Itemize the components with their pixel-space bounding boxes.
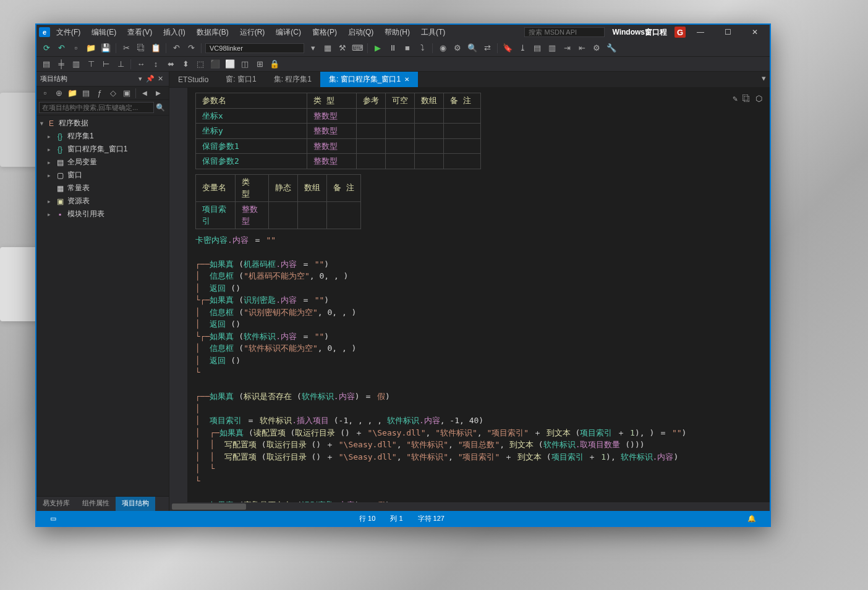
new-file-icon[interactable]: ▫ (70, 42, 82, 54)
redo-icon[interactable]: ↷ (185, 42, 197, 54)
back-icon[interactable]: ↶ (55, 42, 67, 54)
group-icon[interactable]: ◫ (239, 58, 251, 70)
minimize-button[interactable]: — (688, 25, 713, 39)
scroll-thumb[interactable] (172, 504, 246, 510)
sidebar-tab-library[interactable]: 易支持库 (36, 497, 76, 511)
editor-clipboard-icon[interactable]: ⿻ (742, 93, 751, 105)
linker-dropdown[interactable] (205, 43, 304, 53)
tab-dropdown-icon[interactable]: ▾ (757, 72, 770, 84)
indent-icon[interactable]: ⇥ (561, 42, 573, 54)
table-row[interactable]: 坐标x整数型 (196, 108, 481, 124)
table-row[interactable]: 项目索引整数型 (196, 201, 361, 229)
replace-icon[interactable]: ⇄ (481, 42, 493, 54)
tree-folder-icon[interactable]: 📁 (66, 87, 79, 99)
bell-icon[interactable]: 🔔 (740, 515, 764, 523)
save-icon[interactable]: 💾 (100, 42, 112, 54)
menu-database[interactable]: 数据库(B) (192, 26, 234, 39)
status-window-icon[interactable]: ▭ (43, 515, 64, 523)
editor-tab-window1[interactable]: 窗: 窗口1 (217, 72, 265, 87)
outdent-icon[interactable]: ⇤ (576, 42, 588, 54)
menu-file[interactable]: 文件(F) (51, 26, 85, 39)
lock-icon[interactable]: 🔒 (268, 58, 281, 70)
maximize-button[interactable]: ☐ (715, 25, 740, 39)
align-left-icon[interactable]: ▤ (40, 58, 53, 70)
menu-edit[interactable]: 编辑(E) (87, 26, 121, 39)
table-row[interactable]: 保留参数1整数型 (196, 138, 481, 154)
horizontal-scrollbar[interactable] (169, 502, 770, 511)
align-bottom-icon[interactable]: ⊥ (114, 58, 127, 70)
breakpoint-icon[interactable]: ◉ (436, 42, 449, 54)
stop-icon[interactable]: ■ (401, 42, 414, 54)
pause-icon[interactable]: ⏸ (386, 42, 399, 54)
menu-start[interactable]: 启动(Q) (343, 26, 378, 39)
refresh-icon[interactable]: ⟳ (40, 42, 53, 54)
align-middle-icon[interactable]: ⊢ (100, 58, 112, 70)
settings-icon[interactable]: ⚙ (590, 42, 603, 54)
close-button[interactable]: ✕ (742, 25, 767, 39)
wrench-icon[interactable]: 🔧 (605, 42, 618, 54)
tab-close-icon[interactable]: ✕ (404, 76, 409, 83)
debug-icon[interactable]: ⚙ (451, 42, 464, 54)
bookmark-icon[interactable]: 🔖 (501, 42, 514, 54)
tree-struct-icon[interactable]: ▣ (121, 87, 133, 99)
editor-cube-icon[interactable]: ⬡ (755, 93, 762, 105)
tree-right-icon[interactable]: ► (152, 87, 164, 99)
send-back-icon[interactable]: ⬜ (224, 58, 236, 70)
editor-tab-etstudio[interactable]: ETStudio (169, 72, 217, 87)
editor-tab-set1[interactable]: 集: 程序集1 (265, 72, 320, 87)
step-icon[interactable]: ⤵ (416, 42, 428, 54)
panel-close-icon[interactable]: ✕ (155, 74, 165, 84)
undo-icon[interactable]: ↶ (170, 42, 182, 54)
panel-pin-icon[interactable]: 📌 (145, 74, 155, 84)
msdn-search-input[interactable] (524, 27, 605, 37)
tree-new-icon[interactable]: ▫ (39, 87, 51, 99)
table-row[interactable]: 保留参数2整数型 (196, 154, 481, 169)
tree-item-window-program-set[interactable]: ▸ {} 窗口程序集_窗口1 (36, 143, 169, 156)
menu-pane[interactable]: 窗格(P) (307, 26, 342, 39)
same-size-icon[interactable]: ⬚ (194, 58, 206, 70)
tree-item-module-refs[interactable]: ▸ ▪ 模块引用表 (36, 208, 169, 221)
tree-root-program-data[interactable]: ▼ E 程序数据 (36, 117, 169, 130)
bookmark-next-icon[interactable]: ⤓ (516, 42, 529, 54)
editor-toggle-icon[interactable]: ✎ (733, 93, 738, 105)
tab-order-icon[interactable]: ⊞ (253, 58, 266, 70)
tree-item-resources[interactable]: ▸ ▣ 资源表 (36, 195, 169, 208)
menu-view[interactable]: 查看(V) (122, 26, 157, 39)
same-width-icon[interactable]: ⬌ (164, 58, 177, 70)
open-folder-icon[interactable]: 📁 (85, 42, 97, 54)
sidebar-tab-structure[interactable]: 项目结构 (116, 497, 155, 511)
dropdown-arrow-icon[interactable]: ▾ (307, 42, 319, 54)
code-editor[interactable]: ✎ ⿻ ⬡ 参数名 类 型 参考 可空 数组 备 注 (188, 88, 770, 502)
menu-tools[interactable]: 工具(T) (416, 26, 450, 39)
align-center-icon[interactable]: ╪ (55, 58, 67, 70)
toolbox-icon[interactable]: ⚒ (336, 42, 349, 54)
menu-insert[interactable]: 插入(I) (158, 26, 190, 39)
tree-var-icon[interactable]: ▤ (80, 87, 92, 99)
distribute-v-icon[interactable]: ↕ (150, 58, 162, 70)
code-icon[interactable]: ⌨ (351, 42, 364, 54)
design-icon[interactable]: ▦ (321, 42, 334, 54)
tree-item-constants[interactable]: ▦ 常量表 (36, 182, 169, 195)
bring-front-icon[interactable]: ⬛ (209, 58, 221, 70)
menu-compile[interactable]: 编译(C) (271, 26, 306, 39)
tree-class-icon[interactable]: ◇ (107, 87, 119, 99)
tree-add-icon[interactable]: ⊕ (53, 87, 65, 99)
sidebar-tab-properties[interactable]: 组件属性 (76, 497, 116, 511)
tree-item-window[interactable]: ▸ ▢ 窗口 (36, 169, 169, 182)
align-top-icon[interactable]: ⊤ (85, 58, 97, 70)
same-height-icon[interactable]: ⬍ (179, 58, 192, 70)
editor-tab-window-set[interactable]: 集: 窗口程序集_窗口1 ✕ (320, 72, 418, 87)
tree-fn-icon[interactable]: ƒ (93, 87, 106, 99)
run-icon[interactable]: ▶ (372, 42, 384, 54)
menu-help[interactable]: 帮助(H) (380, 26, 415, 39)
uncomment-icon[interactable]: ▥ (546, 42, 558, 54)
comment-icon[interactable]: ▤ (531, 42, 543, 54)
tree-left-icon[interactable]: ◄ (138, 87, 151, 99)
menu-run[interactable]: 运行(R) (235, 26, 270, 39)
cut-icon[interactable]: ✂ (120, 42, 132, 54)
copy-icon[interactable]: ⿻ (135, 42, 147, 54)
table-row[interactable]: 坐标y整数型 (196, 124, 481, 139)
align-right-icon[interactable]: ▥ (70, 58, 82, 70)
tree-item-global-var[interactable]: ▸ ▤ 全局变量 (36, 156, 169, 169)
paste-icon[interactable]: 📋 (150, 42, 162, 54)
